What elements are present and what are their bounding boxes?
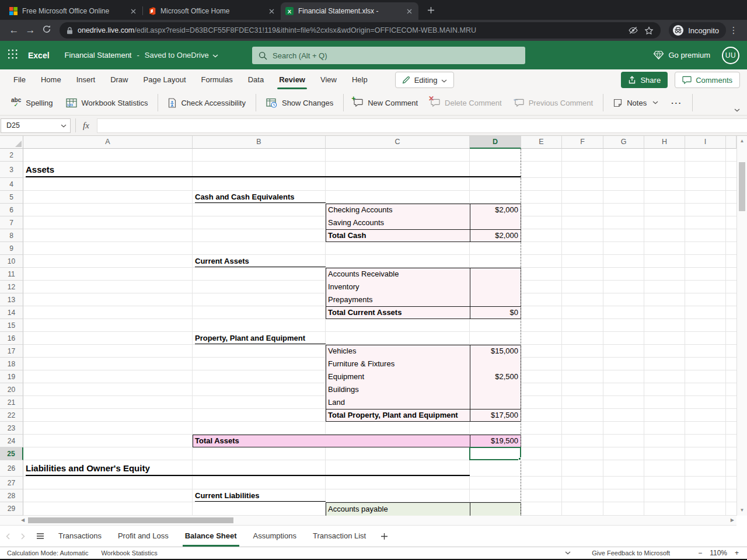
row-header-22[interactable]: 22 [0,409,23,422]
editing-mode-button[interactable]: Editing [395,72,455,88]
sheet-tab-balance-sheet[interactable]: Balance Sheet [177,526,245,547]
row-header-11[interactable]: 11 [0,268,23,281]
zoom-out-button[interactable]: − [698,549,702,557]
workbook-statistics-button[interactable]: 123Workbook Statistics [60,93,155,113]
tab-close-icon[interactable] [404,6,414,16]
cell-D22[interactable]: $17,500 [470,409,518,422]
ribbon-tab-formulas[interactable]: Formulas [194,69,240,90]
comments-button[interactable]: Comments [675,72,740,88]
save-status-button[interactable]: Saved to OneDrive [145,51,218,60]
cell-C14[interactable]: Total Current Assets [328,306,402,319]
reload-button[interactable] [39,22,55,38]
row-header-28[interactable]: 28 [0,489,23,502]
row-header-3[interactable]: 3 [0,162,23,178]
cell-C12[interactable]: Inventory [328,281,359,293]
cell-C22[interactable]: Total Property, Plant and Equipment [328,409,458,422]
cell-C11[interactable]: Accounts Receivable [328,268,399,281]
avatar[interactable]: UU [722,47,739,64]
ribbon-tab-review[interactable]: Review [271,69,313,90]
row-header-9[interactable]: 9 [0,242,23,255]
browser-menu-icon[interactable]: ⋮ [726,25,741,36]
cell-C20[interactable]: Buildings [328,383,359,396]
workbook-statistics-status[interactable]: Workbook Statistics [101,550,157,556]
row-header-5[interactable]: 5 [0,191,23,204]
zoom-in-button[interactable]: + [735,549,739,557]
show-changes-button[interactable]: Show Changes [260,93,340,113]
cell-D8[interactable]: $2,000 [470,229,518,242]
forward-button[interactable]: → [22,22,39,38]
cell-D6[interactable]: $2,000 [470,204,518,216]
ribbon-tab-help[interactable]: Help [344,69,375,90]
column-header-I[interactable]: I [685,136,726,149]
sheet-tab-transactions[interactable]: Transactions [50,526,110,547]
insert-function-icon[interactable]: fx [83,121,89,131]
cell-C8[interactable]: Total Cash [328,229,366,242]
row-header-17[interactable]: 17 [0,345,23,358]
row-header-23[interactable]: 23 [0,422,23,435]
name-box[interactable]: D25 [1,118,71,133]
cell-B16[interactable]: Property, Plant and Equipment [195,332,305,345]
selection-fill-handle[interactable] [518,457,521,460]
browser-tab[interactable]: XFinancial Statement.xlsx - [281,2,418,20]
column-header-F[interactable]: F [562,136,603,149]
sheet-tab-transaction-list[interactable]: Transaction List [305,526,374,547]
ribbon-tab-draw[interactable]: Draw [103,69,135,90]
column-header-A[interactable]: A [23,136,193,149]
row-header-29[interactable]: 29 [0,502,23,516]
back-button[interactable]: ← [6,22,22,38]
ribbon-tab-file[interactable]: File [6,69,33,90]
browser-tab[interactable]: Microsoft Office Home [143,2,281,20]
notes-button[interactable]: Notes [607,93,665,113]
check-accessibility-button[interactable]: Check Accessibility [162,93,252,113]
row-header-10[interactable]: 10 [0,255,23,268]
column-header-G[interactable]: G [603,136,644,149]
row-header-4[interactable]: 4 [0,178,23,191]
cell-B10[interactable]: Current Assets [195,255,249,268]
tab-close-icon[interactable] [267,6,276,16]
horizontal-scrollbar[interactable]: ◀ ▶ [0,516,736,526]
cell-A26[interactable]: Liabilities and Owner's Equity [26,460,150,477]
cell-B24[interactable]: Total Assets [195,435,239,447]
cell-C7[interactable]: Saving Accounts [328,216,384,229]
zoom-level[interactable]: 110% [710,549,727,557]
cell-D14[interactable]: $0 [470,306,518,319]
sheet-tab-assumptions[interactable]: Assumptions [245,526,305,547]
collapse-ribbon-icon[interactable] [734,108,740,112]
cell-C17[interactable]: Vehicles [328,345,356,358]
select-all-corner[interactable] [0,136,23,149]
cell-C21[interactable]: Land [328,396,345,409]
row-header-19[interactable]: 19 [0,370,23,383]
document-title[interactable]: Financial Statement [65,51,132,60]
share-button[interactable]: Share [621,72,668,88]
cell-C6[interactable]: Checking Accounts [328,204,393,216]
cell-C13[interactable]: Prepayments [328,293,373,306]
cell-B28[interactable]: Current Liabilities [195,489,260,502]
all-sheets-menu-icon[interactable] [32,526,49,547]
spreadsheet-grid[interactable]: ABCDEFGHI2345678910111213141516171819202… [0,136,736,516]
ribbon-tab-data[interactable]: Data [240,69,271,90]
row-header-26[interactable]: 26 [0,460,23,477]
row-header-6[interactable]: 6 [0,204,23,216]
chevron-down-icon[interactable] [565,551,571,555]
go-premium-button[interactable]: Go premium [654,51,710,60]
feedback-link[interactable]: Give Feedback to Microsoft [592,550,670,556]
search-bar[interactable] [252,47,525,64]
row-header-18[interactable]: 18 [0,358,23,370]
prev-sheet-icon[interactable] [0,526,15,547]
row-header-14[interactable]: 14 [0,306,23,319]
column-header-B[interactable]: B [193,136,326,149]
browser-tab[interactable]: Free Microsoft Office Online [5,2,142,20]
more-commands-button[interactable]: ··· [665,93,689,113]
new-comment-button[interactable]: +New Comment [347,93,424,113]
row-header-21[interactable]: 21 [0,396,23,409]
row-header-2[interactable]: 2 [0,149,23,162]
cell-C29[interactable]: Accounts payable [328,502,388,516]
calculation-mode-status[interactable]: Calculation Mode: Automatic [7,550,88,556]
formula-input[interactable] [97,118,747,133]
row-header-7[interactable]: 7 [0,216,23,229]
vertical-scrollbar[interactable]: ▲ ▼ [736,136,747,516]
address-bar[interactable]: onedrive.live.com/edit.aspx?resid=D63BCF… [60,22,661,38]
new-tab-button[interactable] [423,2,438,18]
cell-D17[interactable]: $15,000 [470,345,518,358]
row-header-25[interactable]: 25 [0,447,23,460]
